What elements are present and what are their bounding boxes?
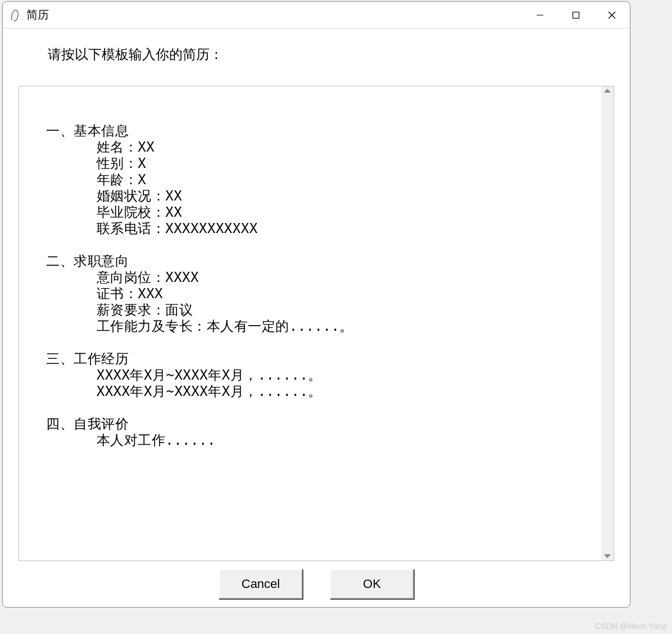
dialog-content: 请按以下模板输入你的简历： Cancel OK bbox=[3, 29, 630, 607]
window-controls bbox=[522, 2, 630, 28]
app-icon bbox=[10, 8, 21, 22]
svg-rect-2 bbox=[573, 12, 579, 18]
button-row: Cancel OK bbox=[3, 561, 630, 607]
maximize-button[interactable] bbox=[558, 2, 594, 28]
svg-point-0 bbox=[16, 11, 19, 12]
ok-button[interactable]: OK bbox=[330, 569, 414, 599]
scroll-down-icon[interactable] bbox=[604, 554, 611, 558]
dialog-window: 简历 请按以下模板输入你的简历： Cancel bbox=[2, 1, 630, 608]
titlebar: 简历 bbox=[3, 2, 630, 29]
cancel-button-label: Cancel bbox=[242, 577, 280, 591]
prompt-area: 请按以下模板输入你的简历： bbox=[3, 29, 630, 86]
scroll-up-icon[interactable] bbox=[604, 89, 611, 93]
ok-button-label: OK bbox=[363, 577, 381, 591]
textarea-container bbox=[19, 86, 614, 561]
close-button[interactable] bbox=[594, 2, 630, 28]
prompt-label: 请按以下模板输入你的简历： bbox=[48, 47, 223, 62]
cancel-button[interactable]: Cancel bbox=[219, 569, 303, 599]
watermark-text: CSDN @Hann Yang bbox=[595, 622, 666, 631]
vertical-scrollbar[interactable] bbox=[601, 86, 614, 560]
resume-textarea[interactable] bbox=[19, 86, 601, 560]
minimize-button[interactable] bbox=[522, 2, 558, 28]
window-title: 简历 bbox=[26, 7, 522, 22]
